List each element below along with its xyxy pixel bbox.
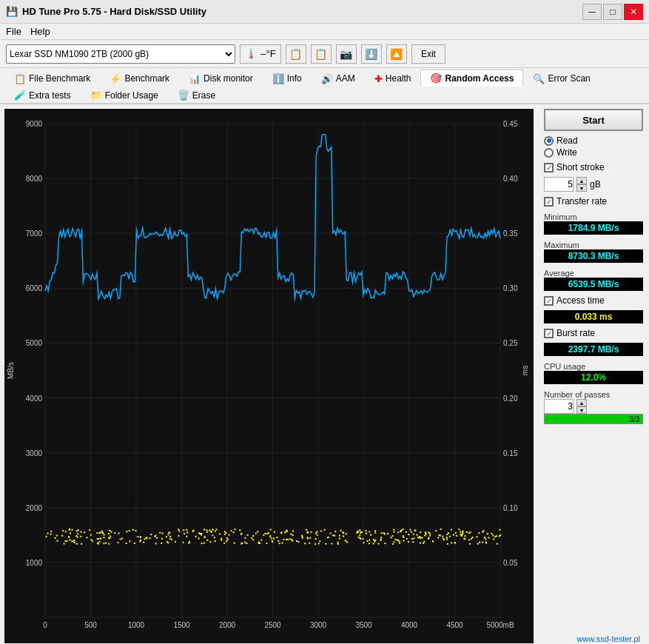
maximum-section: Maximum 8730.3 MB/s — [544, 239, 643, 263]
passes-progress-label: 3/3 — [629, 415, 639, 425]
temperature-button[interactable]: 🌡️ –°F — [240, 44, 281, 64]
random-access-icon: 🎯 — [430, 73, 442, 84]
file-benchmark-icon: 📋 — [14, 73, 26, 84]
benchmark-icon: ⚡ — [110, 73, 121, 84]
maximum-label: Maximum — [544, 241, 643, 249]
access-time-value: 0.033 ms — [544, 310, 643, 323]
close-button[interactable]: ✕ — [624, 4, 643, 20]
short-stroke-increment[interactable]: ▲ — [576, 177, 587, 184]
burst-rate-checkbox[interactable]: ✓ Burst rate — [544, 328, 643, 338]
passes-increment[interactable]: ▲ — [576, 399, 587, 406]
average-label: Average — [544, 269, 643, 278]
exit-button[interactable]: Exit — [411, 44, 445, 64]
menu-file[interactable]: File — [6, 26, 21, 37]
thermometer-icon: 🌡️ — [245, 48, 258, 59]
tab-aam[interactable]: 🔊 AAM — [312, 70, 365, 87]
read-radio-circle — [544, 136, 554, 146]
window-controls: ─ □ ✕ — [582, 4, 643, 20]
window-title: HD Tune Pro 5.75 - Hard Disk/SSD Utility — [22, 6, 206, 17]
info-icon-button[interactable]: 📋 — [286, 44, 306, 64]
average-value: 6539.5 MB/s — [544, 278, 643, 291]
tab-erase[interactable]: 🗑️ Erase — [168, 87, 225, 103]
menu-help[interactable]: Help — [30, 26, 50, 37]
read-write-group: Read Write — [544, 135, 643, 158]
tabs: 📋 File Benchmark ⚡ Benchmark 📊 Disk moni… — [0, 68, 649, 104]
main-content: Start Read Write ✓ Short stroke ▲ ▼ gB — [0, 104, 649, 644]
minimum-section: Minimum 1784.9 MB/s — [544, 211, 643, 235]
passes-spinner-row: ▲ ▼ — [544, 399, 643, 414]
minimum-value: 1784.9 MB/s — [544, 221, 643, 235]
short-stroke-check-box: ✓ — [544, 163, 554, 172]
title-bar: 💾 HD Tune Pro 5.75 - Hard Disk/SSD Utili… — [0, 0, 649, 24]
aam-icon: 🔊 — [321, 73, 333, 84]
write-radio[interactable]: Write — [544, 147, 643, 158]
tab-disk-monitor[interactable]: 📊 Disk monitor — [179, 70, 263, 87]
transfer-rate-checkbox[interactable]: ✓ Transfer rate — [544, 196, 643, 207]
right-panel: Start Read Write ✓ Short stroke ▲ ▼ gB — [538, 104, 649, 644]
upload-icon-button[interactable]: 🔼 — [386, 44, 407, 64]
extra-tests-icon: 🧪 — [14, 90, 26, 101]
erase-icon: 🗑️ — [178, 90, 189, 101]
short-stroke-input[interactable] — [544, 177, 574, 192]
short-stroke-spinner-row: ▲ ▼ gB — [544, 177, 643, 192]
maximum-value: 8730.3 MB/s — [544, 249, 643, 263]
tab-benchmark[interactable]: ⚡ Benchmark — [100, 70, 179, 87]
tab-file-benchmark[interactable]: 📋 File Benchmark — [4, 70, 100, 87]
short-stroke-spinner-buttons: ▲ ▼ — [576, 177, 587, 192]
tab-info[interactable]: ℹ️ Info — [263, 70, 312, 87]
maximize-button[interactable]: □ — [603, 4, 622, 20]
toolbar: Lexar SSD NM1090 2TB (2000 gB) 🌡️ –°F 📋 … — [0, 40, 649, 68]
short-stroke-decrement[interactable]: ▼ — [576, 184, 587, 192]
start-button[interactable]: Start — [544, 109, 643, 131]
tab-error-scan[interactable]: 🔍 Error Scan — [523, 70, 599, 87]
read-radio[interactable]: Read — [544, 135, 643, 146]
tab-folder-usage[interactable]: 📁 Folder Usage — [81, 87, 168, 103]
tab-health[interactable]: ✚ Health — [365, 70, 421, 87]
minimum-label: Minimum — [544, 212, 643, 221]
passes-progress-fill — [545, 415, 642, 423]
benchmark-chart — [4, 109, 534, 643]
copy-icon-button[interactable]: 📋 — [311, 44, 332, 64]
average-section: Average 6539.5 MB/s — [544, 267, 643, 291]
passes-decrement[interactable]: ▼ — [576, 406, 587, 414]
chart-area — [4, 109, 534, 643]
app-icon: 💾 — [6, 6, 18, 17]
download-icon-button[interactable]: ⬇️ — [361, 44, 382, 64]
folder-usage-icon: 📁 — [90, 90, 102, 101]
access-time-checkbox[interactable]: ✓ Access time — [544, 295, 643, 306]
cpu-usage-label: CPU usage — [544, 362, 643, 371]
menu-bar: File Help — [0, 24, 649, 40]
passes-spinner-buttons: ▲ ▼ — [576, 399, 587, 414]
cpu-usage-value: 12.0% — [544, 371, 643, 384]
transfer-rate-check-box: ✓ — [544, 197, 554, 207]
passes-progress-bar: 3/3 — [544, 414, 643, 424]
short-stroke-checkbox[interactable]: ✓ Short stroke — [544, 162, 643, 172]
burst-rate-value: 2397.7 MB/s — [544, 343, 643, 356]
passes-section: Number of passes ▲ ▼ 3/3 — [544, 389, 643, 424]
cpu-usage-section: CPU usage 12.0% — [544, 360, 643, 384]
tab-extra-tests[interactable]: 🧪 Extra tests — [4, 87, 81, 103]
minimize-button[interactable]: ─ — [582, 4, 602, 20]
health-icon: ✚ — [374, 73, 383, 84]
drive-select[interactable]: Lexar SSD NM1090 2TB (2000 gB) — [6, 44, 235, 64]
camera-icon-button[interactable]: 📷 — [336, 44, 357, 64]
error-scan-icon: 🔍 — [533, 73, 545, 84]
temp-value: –°F — [260, 48, 276, 59]
passes-input[interactable] — [544, 399, 574, 414]
burst-rate-check-box: ✓ — [544, 329, 554, 338]
access-time-check-box: ✓ — [544, 296, 554, 306]
info-tab-icon: ℹ️ — [272, 73, 284, 84]
write-radio-circle — [544, 148, 554, 158]
tab-random-access[interactable]: 🎯 Random Access — [420, 70, 523, 87]
website-link: www.ssd-tester.pl — [544, 634, 643, 643]
passes-label: Number of passes — [544, 390, 643, 399]
disk-monitor-icon: 📊 — [189, 73, 201, 84]
